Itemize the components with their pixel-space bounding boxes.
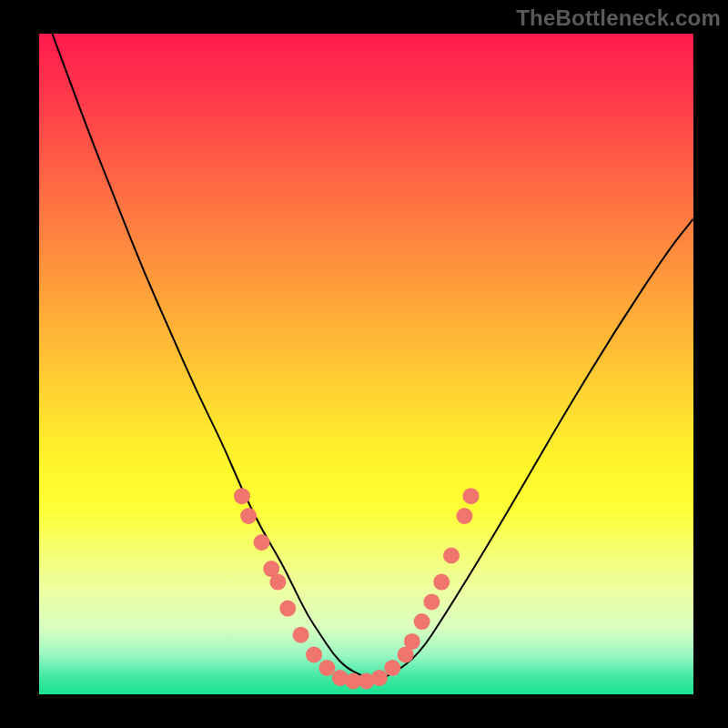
data-dot	[234, 488, 250, 504]
data-dot	[254, 534, 270, 551]
data-dot	[318, 660, 335, 676]
data-dot	[404, 633, 420, 650]
chart-frame: TheBottleneck.com	[0, 0, 728, 728]
data-dot	[306, 646, 322, 662]
dot-markers	[234, 488, 480, 689]
data-dot	[293, 627, 309, 643]
data-dot	[463, 488, 480, 504]
chart-svg	[39, 34, 693, 694]
data-dot	[269, 574, 286, 591]
data-dot	[433, 574, 450, 591]
watermark-text: TheBottleneck.com	[516, 5, 721, 31]
data-dot	[279, 601, 296, 617]
data-dot	[371, 670, 388, 686]
data-dot	[443, 548, 460, 564]
data-dot	[240, 508, 257, 524]
data-dot	[456, 508, 472, 524]
bottleneck-curve	[52, 34, 693, 680]
data-dot	[414, 613, 430, 630]
data-dot	[384, 660, 400, 676]
data-dot	[423, 593, 440, 610]
